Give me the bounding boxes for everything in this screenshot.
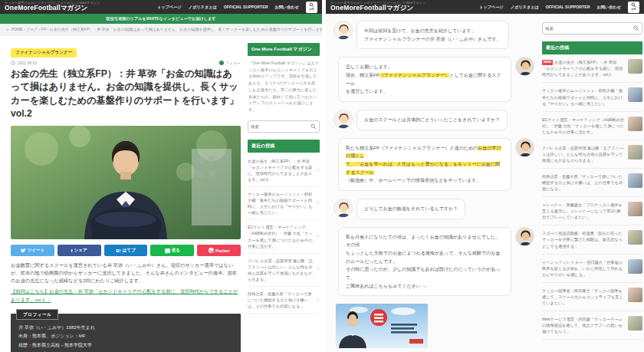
recent-post-item[interactable]: サッカー選手のエージェント・村松大輔「選手たちの移籍サポートと同時に、人生におけ… xyxy=(248,187,320,220)
nav-item-2[interactable]: ノボリスタとは xyxy=(511,5,539,10)
chat-text: 宜しくお願いします。 xyxy=(346,64,393,69)
chat-text: どうしてお金の勉強をされているんですか？ xyxy=(364,206,458,211)
chat-bubble: お金のスクールとは具体的にどういったことをされていますか？ xyxy=(356,110,508,130)
recent-post-link[interactable]: イベントディレクター・谷口陽介「仕事場の限界を超える企画を、いかに実現して作れる… xyxy=(542,259,624,278)
post-thumbnail xyxy=(628,202,642,216)
site-dot-icon xyxy=(219,61,224,65)
post-thumbnail xyxy=(628,59,642,74)
line-send-button[interactable]: 送る xyxy=(150,245,194,256)
search-submit-button[interactable] xyxy=(310,123,317,130)
recent-post-link[interactable]: サッカー選手のエージェント・村松大輔「選手たちの移籍サポートと同時に、人生におけ… xyxy=(542,87,624,106)
brand[interactable]: サッカー選手のセカンドキャリアにフォーカスしたWebマガジン OneMoreFo… xyxy=(5,2,100,12)
nav-item-4[interactable]: お問い合わせ xyxy=(274,5,299,10)
site-logo[interactable]: OneMoreFootballマガジン xyxy=(5,5,100,12)
recent-post-item[interactable]: サッカー選手のエージェント・村松大輔「選手たちの移籍サポートと同時に、人生におけ… xyxy=(542,83,642,111)
line-label: 送る xyxy=(172,248,180,254)
pocket-label: Pocket xyxy=(215,248,229,253)
category-tag[interactable]: ファイナンシャルプランナー xyxy=(11,48,77,58)
nav-item-3[interactable]: OFFICIAL SUPPORTER xyxy=(224,5,268,9)
chat-text-highlight: （ファイナンシャルプランナー） xyxy=(380,73,450,77)
recent-post-item[interactable]: イベントディレクター・谷口陽介「仕事場の限界を超える企画を、いかに実現して作れる… xyxy=(542,255,642,283)
site-logo[interactable]: OneMoreFootballマガジン xyxy=(330,5,426,12)
chevron-right-icon: › xyxy=(317,201,319,206)
recent-post-link[interactable]: サッカー指導者・岡本隆士「サッカー指導を通して、スクール生のセカンドライフも支え… xyxy=(542,288,624,306)
recent-post-item[interactable]: アパレル企業・品質管理 葉山隆「元アスリートは珍しい。どんな時も企画と品質を守っ… xyxy=(542,140,642,169)
recent-post-item[interactable]: アパレル企業・品質管理 葉山隆「元アスリートは珍しい。どんな時も企画と品質を守っ… xyxy=(248,254,320,287)
nav-item-1[interactable]: トップページ xyxy=(157,5,182,10)
recent-post-link[interactable]: ECサイト運営・マーケティング（A&B株式会社）：伊藤 力也「サッカーを通して身… xyxy=(542,117,624,135)
chevron-right-icon: › xyxy=(317,298,319,303)
search-icon xyxy=(309,2,314,8)
chat-message-guest: 私も社会人になりたての頃は、まったくお金の知識がありませんでした。その頃 ちょっ… xyxy=(334,227,534,297)
tweet-label: ツイート xyxy=(28,248,45,254)
sidebar-left-page: One More Football マガジン 『One More Footbal… xyxy=(248,43,320,352)
facebook-share-button[interactable]: f シェア xyxy=(58,245,101,256)
recent-post-link[interactable]: ECサイト運営・マーケティング（A&B株式会社）：伊藤 力也「サッカーを通して身… xyxy=(248,224,314,248)
search-submit-button[interactable] xyxy=(633,25,639,31)
post-thumbnail xyxy=(628,87,642,102)
site-header: サッカー選手のセカンドキャリアにフォーカスしたWebマガジン OneMoreFo… xyxy=(0,0,322,14)
previous-article-link[interactable]: 【前回はこちら】お金の先生：井 草弥「セカンドキャリアの心配をする前に、現役時代… xyxy=(11,288,238,301)
breadcrumb[interactable]: ⌂ HOME › ブログ › FP › お金の先生（独立系FP）：井 草弥「お金… xyxy=(0,24,322,35)
article-title: お金の先生（独立系FP）：井 草弥「お金の知識はあって損はありません。お金の知識… xyxy=(11,67,241,120)
sidebar-search-input[interactable] xyxy=(251,124,309,129)
recent-post-item[interactable]: ECサイト運営・マーケティング（A&B株式会社）：伊藤 力也「サッカーを通して身… xyxy=(248,220,320,253)
page-interview: サッカー選手のセカンドキャリアにフォーカスしたWebマガジン OneMoreFo… xyxy=(326,0,644,352)
recent-post-link[interactable]: お金の先生（独立系FP）：井 草弥「セカンドキャリアの心配をする前に、現役時代か… xyxy=(542,60,623,77)
two-page-screenshot: サッカー選手のセカンドキャリアにフォーカスしたWebマガジン OneMoreFo… xyxy=(0,0,644,352)
chat-bubble: 宜しくお願いします。 現在、独立系FP（ファイナンシャルプランナー）としてお金に… xyxy=(338,57,511,102)
article-meta: 2021.08.03 フォロー xyxy=(11,61,241,65)
chat-text-highlight: て、「お金を学べれば、人生はもっと豊かになる」をモットーにお金に関するスクール xyxy=(346,162,500,175)
recent-post-link[interactable]: アパレル企業・品質管理 葉山隆「元アスリートは珍しい。どんな時も企画と品質を守っ… xyxy=(542,145,624,163)
guest-avatar xyxy=(515,57,534,76)
recent-post-link[interactable]: お金の先生（独立系FP）：井 草弥「セカンドキャリアの心配をする前に、現役時代か… xyxy=(248,158,314,183)
chat-text: 私も社会人になりたての頃は、まったくお金の知識がありませんでした。その頃 xyxy=(346,235,500,248)
recent-post-link[interactable]: サッカー選手のエージェント・村松大輔「選手たちの移籍サポートと同時に、人生におけ… xyxy=(248,191,314,215)
nav-item-2[interactable]: ノボリスタとは xyxy=(189,5,217,10)
chat-text: を運営しています。 xyxy=(346,89,388,94)
recent-post-item[interactable]: 特殊企業・近藤大貴「サッカーで身についた継続する力と負けず嫌いは、どの仕事でも武… xyxy=(248,287,320,314)
recent-post-link[interactable]: Webサービス運営・内田健「サッカーチームの情報発信を通して、地元クラブへの思い… xyxy=(542,316,624,334)
green-banner: 現役引退後のリアルをWHITEなインタビューでお届けします xyxy=(0,14,322,24)
hatena-bookmark-button[interactable]: B! はてブ xyxy=(104,245,148,256)
profile-line: 経歴：熊本県立高校→熊本学院大学 xyxy=(18,341,233,350)
publish-date: 2021.08.03 xyxy=(18,61,37,65)
recent-post-item[interactable]: トレーナー・斉藤健太「プロサッカー選手を支える裏方に。トレーナーになって第2の舞… xyxy=(542,197,642,225)
guest-avatar xyxy=(515,227,534,246)
recent-post-link[interactable]: アパレル企業・品質管理 葉山隆「元アスリートは珍しい。どんな時も企画と品質を守っ… xyxy=(248,258,314,282)
recent-posts-list: NEWお金の先生（独立系FP）：井 草弥「セカンドキャリアの心配をする前に、現役… xyxy=(542,54,642,340)
pocket-button[interactable]: Pocket xyxy=(197,245,241,256)
recent-post-item[interactable]: スポーツ用品店勤務・松浦勇「自分の培ったサッカーを仕事に繋げた経験は、販売店なら… xyxy=(542,225,642,254)
follow-badge[interactable]: フォロー xyxy=(219,61,241,65)
chat-text: 現在、独立系FP xyxy=(346,73,380,77)
recent-post-item[interactable]: お金の先生（独立系FP）：井 草弥「セカンドキャリアの心配をする前に、現役時代か… xyxy=(248,154,320,187)
recent-post-item[interactable]: 特殊企業・近藤大貴「サッカーで身についた継続する力と負けず嫌いは、どの仕事でも武… xyxy=(542,169,642,197)
chat-message-guest: 宜しくお願いします。 現在、独立系FP（ファイナンシャルプランナー）としてお金に… xyxy=(334,57,534,102)
post-thumbnail xyxy=(628,288,642,302)
recent-post-item[interactable]: Webサービス運営・内田健「サッカーチームの情報発信を通して、地元クラブへの思い… xyxy=(542,311,642,340)
brand[interactable]: サッカー選手のセカンドキャリアにフォーカスしたWebマガジン OneMoreFo… xyxy=(330,2,426,12)
tweet-button[interactable]: ツイート xyxy=(11,245,54,256)
hatena-icon: B! xyxy=(116,248,120,253)
recent-post-item[interactable]: NEWお金の先生（独立系FP）：井 草弥「セカンドキャリアの心配をする前に、現役… xyxy=(542,54,642,83)
embedded-thumbnail-image[interactable] xyxy=(336,304,428,348)
sidebar-search-input[interactable] xyxy=(545,26,632,31)
chat-message-interviewer: どうしてお金の勉強をされているんですか？ xyxy=(334,199,534,219)
line-bubble-icon xyxy=(165,248,170,253)
recent-post-item[interactable]: ECサイト運営・マーケティング（A&B株式会社）：伊藤 力也「サッカーを通して身… xyxy=(542,112,642,140)
recent-post-item[interactable]: サッカー指導者・岡本隆士「サッカー指導を通して、スクール生のセカンドライフも支え… xyxy=(542,283,642,311)
nav-item-3[interactable]: OFFICIAL SUPPORTER xyxy=(546,5,590,9)
new-badge: NEW xyxy=(542,60,553,66)
recent-posts-title: 最近の投稿 xyxy=(542,41,642,54)
recent-post-link[interactable]: トレーナー・斉藤健太「プロサッカー選手を支える裏方に。トレーナーになって第2の舞… xyxy=(542,202,624,220)
header-search-button[interactable]: 検索 xyxy=(628,2,639,13)
recent-post-link[interactable]: スポーツ用品店勤務・松浦勇「自分の培ったサッカーを仕事に繋げた経験は、販売店なら… xyxy=(542,230,624,248)
profile-line: 出身：熊本県、ポジション：MF xyxy=(18,332,233,341)
header-search-button[interactable]: 検索 xyxy=(306,2,317,13)
nav-item-1[interactable]: トップページ xyxy=(479,5,504,10)
chat-text: 私たち独立系FP（ファイナンシャルプランナー）人達のための xyxy=(346,146,478,150)
recent-post-link[interactable]: 特殊企業・近藤大貴「サッカーで身についた継続する力と負けず嫌いは、どの仕事でも武… xyxy=(248,291,314,309)
chat-bubble: 今回は前回を受けて、お金の先生を紹介しています。 ファイナンシャルプランナーの井… xyxy=(356,21,509,49)
nav-item-4[interactable]: お問い合わせ xyxy=(596,5,621,10)
recent-post-link[interactable]: 特殊企業・近藤大貴「サッカーで身についた継続する力と負けず嫌いは、どの仕事でも武… xyxy=(542,173,624,192)
